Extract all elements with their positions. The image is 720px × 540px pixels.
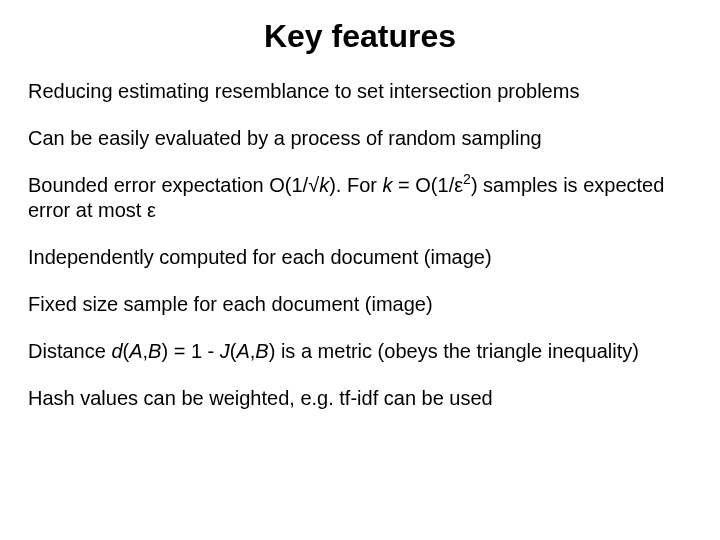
bullet-5: Fixed size sample for each document (ima…: [28, 292, 692, 317]
bullet-3: Bounded error expectation O(1/√k). For k…: [28, 173, 692, 223]
text-run: Distance: [28, 340, 111, 362]
bullet-7: Hash values can be weighted, e.g. tf-idf…: [28, 386, 692, 411]
var-J: J: [220, 340, 230, 362]
var-B: B: [255, 340, 268, 362]
text-run: = O(1/ε: [393, 174, 464, 196]
text-run: ) = 1 -: [161, 340, 219, 362]
var-k: k: [319, 174, 329, 196]
var-A: A: [236, 340, 249, 362]
var-A: A: [129, 340, 142, 362]
slide-title: Key features: [28, 18, 692, 55]
var-B: B: [148, 340, 161, 362]
text-run: Bounded error expectation O(1/√: [28, 174, 319, 196]
bullet-1: Reducing estimating resemblance to set i…: [28, 79, 692, 104]
var-d: d: [111, 340, 122, 362]
slide: Key features Reducing estimating resembl…: [0, 0, 720, 540]
var-k: k: [383, 174, 393, 196]
text-run: ) is a metric (obeys the triangle inequa…: [269, 340, 639, 362]
bullet-6: Distance d(A,B) = 1 - J(A,B) is a metric…: [28, 339, 692, 364]
bullet-2: Can be easily evaluated by a process of …: [28, 126, 692, 151]
bullet-4: Independently computed for each document…: [28, 245, 692, 270]
exponent: 2: [463, 171, 471, 187]
text-run: ). For: [329, 174, 382, 196]
